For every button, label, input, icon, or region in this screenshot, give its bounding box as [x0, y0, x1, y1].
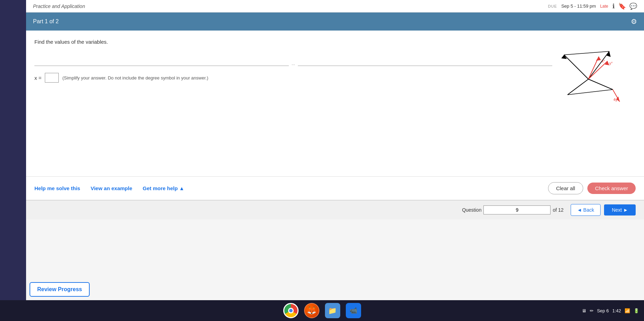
- settings-button[interactable]: ⚙: [631, 17, 637, 26]
- question-instruction: Find the values of the variables.: [34, 39, 636, 45]
- question-navigator: Question of 12: [462, 205, 563, 214]
- svg-line-11: [588, 79, 613, 90]
- screen-icon: 🖥: [582, 308, 586, 313]
- firefox-icon[interactable]: 🦊: [304, 303, 319, 318]
- bookmark-icon[interactable]: 🔖: [618, 2, 626, 10]
- next-button[interactable]: Next ►: [604, 204, 636, 216]
- top-bar-right: DUE Sep 5 - 11:59 pm Late ℹ 🔖 💬: [548, 2, 637, 10]
- left-sidebar: [0, 0, 26, 300]
- svg-line-2: [588, 51, 609, 79]
- meet-icon[interactable]: 📹: [346, 303, 361, 318]
- part-header: Part 1 of 2 ⚙: [26, 12, 644, 31]
- part-label: Part 1 of 2: [33, 18, 59, 25]
- due-label: DUE: [548, 4, 557, 8]
- question-number-input[interactable]: [483, 205, 551, 214]
- due-date: Sep 5 - 11:59 pm: [561, 3, 596, 9]
- pencil-icon: ✏: [590, 308, 594, 313]
- check-answer-button[interactable]: Check answer: [587, 183, 636, 194]
- get-more-help-button[interactable]: Get more help ▲: [143, 185, 185, 191]
- answer-note: (Simplify your answer. Do not include th…: [62, 75, 208, 81]
- taskbar: 🦊 📁 📹 🖥 ✏ Sep 6 1:42 📶 🔋: [0, 300, 644, 321]
- question-area: x° y° 4y° Find the values of the variabl…: [26, 31, 644, 176]
- chat-icon[interactable]: 💬: [629, 2, 637, 10]
- battery-icon: 🔋: [634, 308, 639, 313]
- answer-input-x[interactable]: [45, 73, 59, 83]
- svg-line-16: [564, 51, 609, 55]
- svg-line-10: [568, 79, 588, 95]
- wifi-icon: 📶: [625, 308, 630, 313]
- svg-line-7: [588, 61, 608, 79]
- view-example-button[interactable]: View an example: [91, 184, 132, 193]
- nav-row: Question of 12 ◄ Back Next ►: [26, 200, 644, 219]
- help-me-solve-button[interactable]: Help me solve this: [34, 184, 80, 193]
- files-icon[interactable]: 📁: [325, 303, 340, 318]
- svg-text:y°: y°: [609, 61, 613, 65]
- svg-marker-5: [596, 57, 601, 61]
- status-time: 1:42: [612, 308, 621, 313]
- back-button[interactable]: ◄ Back: [571, 204, 601, 216]
- assignment-title: Practice and Application: [33, 3, 85, 9]
- svg-text:x°: x°: [602, 59, 605, 63]
- separator-line: ···: [34, 66, 552, 66]
- top-bar: Practice and Application DUE Sep 5 - 11:…: [26, 0, 644, 12]
- separator-dots: ···: [289, 62, 298, 67]
- main-content: Practice and Application DUE Sep 5 - 11:…: [26, 0, 644, 300]
- question-label: Question: [462, 207, 481, 213]
- top-icons: ℹ 🔖 💬: [612, 2, 637, 10]
- clear-all-button[interactable]: Clear all: [548, 182, 583, 194]
- chrome-icon[interactable]: [283, 303, 299, 318]
- review-progress-button[interactable]: Review Progress: [30, 282, 90, 297]
- svg-line-15: [568, 90, 613, 95]
- svg-text:4y°: 4y°: [613, 98, 619, 102]
- answer-row: x = (Simplify your answer. Do not includ…: [34, 73, 636, 83]
- help-row: Help me solve this View an example Get m…: [26, 176, 644, 200]
- status-date: Sep 6: [597, 308, 609, 313]
- total-questions: of 12: [553, 207, 563, 213]
- action-buttons: Clear all Check answer: [548, 182, 636, 194]
- status-bar: 🖥 ✏ Sep 6 1:42 📶 🔋: [582, 300, 644, 321]
- answer-prefix: x =: [34, 75, 41, 81]
- geometry-diagram: x° y° 4y°: [554, 37, 623, 107]
- info-icon[interactable]: ℹ: [612, 2, 615, 10]
- late-badge: Late: [600, 4, 608, 9]
- svg-line-0: [564, 55, 588, 79]
